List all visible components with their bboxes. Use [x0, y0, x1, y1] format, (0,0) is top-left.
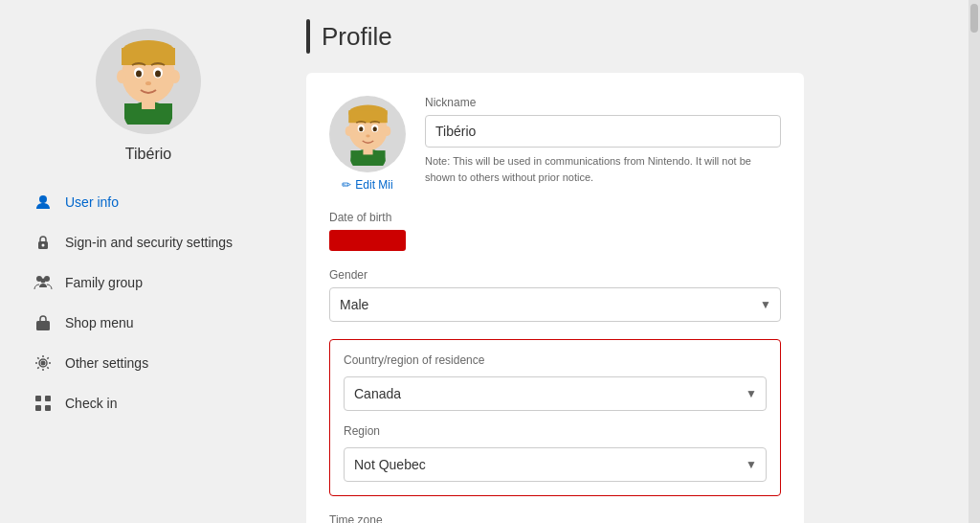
- svg-rect-12: [142, 98, 155, 109]
- country-select[interactable]: Canada United States: [344, 376, 767, 411]
- svg-point-22: [41, 361, 45, 365]
- grid-icon: [33, 393, 54, 414]
- sidebar-item-family[interactable]: Family group: [19, 262, 278, 303]
- svg-point-32: [359, 126, 363, 131]
- mii-section: ✏ Edit Mii Nickname Note: This will be u…: [329, 96, 781, 192]
- region-label: Region: [344, 424, 767, 438]
- svg-rect-23: [35, 396, 41, 401]
- main-content: Profile: [297, 0, 969, 523]
- profile-card: ✏ Edit Mii Nickname Note: This will be u…: [306, 73, 804, 523]
- svg-point-5: [136, 71, 142, 78]
- lock-icon: [33, 232, 54, 253]
- svg-point-15: [42, 244, 45, 247]
- svg-point-13: [39, 195, 47, 203]
- svg-rect-29: [348, 110, 387, 123]
- timezone-field: Time zone (UTC-02:30) America/St Johns (…: [329, 513, 781, 523]
- family-icon: [33, 272, 54, 293]
- sidebar-username: Tibério: [125, 146, 171, 163]
- gender-select[interactable]: Male Female Not specified: [329, 287, 781, 322]
- gender-field: Gender Male Female Not specified ▼: [329, 268, 781, 322]
- country-section: Country/region of residence Canada Unite…: [329, 339, 781, 496]
- svg-point-35: [345, 125, 351, 135]
- svg-point-33: [372, 126, 376, 131]
- nickname-section: Nickname Note: This will be used in comm…: [425, 96, 781, 185]
- gear-icon: [33, 352, 54, 374]
- sidebar-item-shop[interactable]: Shop menu: [19, 303, 278, 343]
- nickname-label: Nickname: [425, 96, 781, 109]
- svg-point-6: [155, 71, 161, 78]
- svg-point-36: [384, 125, 390, 135]
- svg-point-9: [170, 70, 180, 83]
- svg-rect-25: [35, 405, 41, 411]
- scrollbar[interactable]: [969, 0, 980, 523]
- bag-icon: [33, 312, 54, 333]
- sidebar-avatar: [96, 29, 201, 134]
- sidebar-item-other[interactable]: Other settings: [19, 343, 278, 383]
- dob-field: Date of birth: [329, 211, 781, 251]
- nickname-input[interactable]: [425, 115, 781, 148]
- region-field: Region Not Quebec Quebec ▼: [344, 424, 767, 482]
- svg-point-7: [145, 81, 151, 85]
- sidebar-item-user-info[interactable]: User info: [19, 182, 278, 222]
- svg-rect-2: [122, 48, 175, 65]
- dob-value-bar[interactable]: [329, 230, 406, 251]
- svg-rect-24: [45, 396, 51, 401]
- person-icon: [33, 192, 54, 213]
- sidebar-item-checkin-label: Check in: [65, 396, 117, 411]
- mii-avatar: [329, 96, 406, 172]
- dob-label: Date of birth: [329, 211, 781, 224]
- svg-rect-19: [36, 321, 50, 330]
- sidebar: Tibério User info Sign-in and security s…: [0, 0, 297, 523]
- sidebar-item-shop-label: Shop menu: [65, 315, 134, 330]
- sidebar-item-security[interactable]: Sign-in and security settings: [19, 222, 278, 262]
- nav-menu: User info Sign-in and security settings: [19, 182, 278, 423]
- svg-rect-39: [363, 146, 372, 154]
- sidebar-item-security-label: Sign-in and security settings: [65, 235, 233, 250]
- country-section-label: Country/region of residence: [344, 353, 767, 367]
- timezone-label: Time zone: [329, 513, 781, 523]
- sidebar-item-family-label: Family group: [65, 275, 143, 290]
- svg-point-8: [117, 70, 126, 83]
- country-select-wrapper: Canada United States ▼: [344, 376, 767, 411]
- svg-rect-26: [45, 405, 51, 411]
- page-title-area: Profile: [306, 19, 940, 54]
- scrollbar-thumb[interactable]: [970, 4, 978, 33]
- nickname-note: Note: This will be used in communication…: [425, 153, 781, 185]
- svg-point-34: [366, 134, 369, 137]
- page-title: Profile: [322, 22, 392, 52]
- sidebar-item-other-label: Other settings: [65, 355, 148, 371]
- edit-mii-link[interactable]: ✏ Edit Mii: [342, 178, 392, 192]
- sidebar-item-checkin[interactable]: Check in: [19, 383, 278, 423]
- gender-label: Gender: [329, 268, 781, 282]
- region-select-wrapper: Not Quebec Quebec ▼: [344, 447, 767, 482]
- gender-select-wrapper: Male Female Not specified ▼: [329, 287, 781, 322]
- region-select[interactable]: Not Quebec Quebec: [344, 447, 767, 482]
- title-bar: [306, 19, 310, 54]
- edit-icon: ✏: [342, 178, 351, 192]
- sidebar-item-user-info-label: User info: [65, 194, 119, 210]
- svg-point-18: [41, 279, 46, 284]
